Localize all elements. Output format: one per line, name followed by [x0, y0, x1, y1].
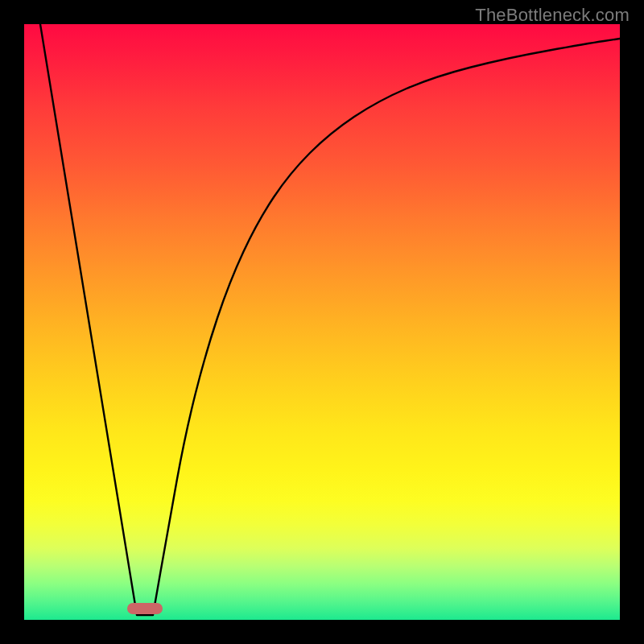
optimum-marker: [127, 603, 163, 614]
chart-frame: TheBottleneck.com: [0, 0, 644, 644]
watermark-text: TheBottleneck.com: [475, 5, 630, 26]
curve-svg: [24, 24, 620, 620]
plot-area: [24, 24, 620, 620]
curve-path: [40, 24, 620, 615]
